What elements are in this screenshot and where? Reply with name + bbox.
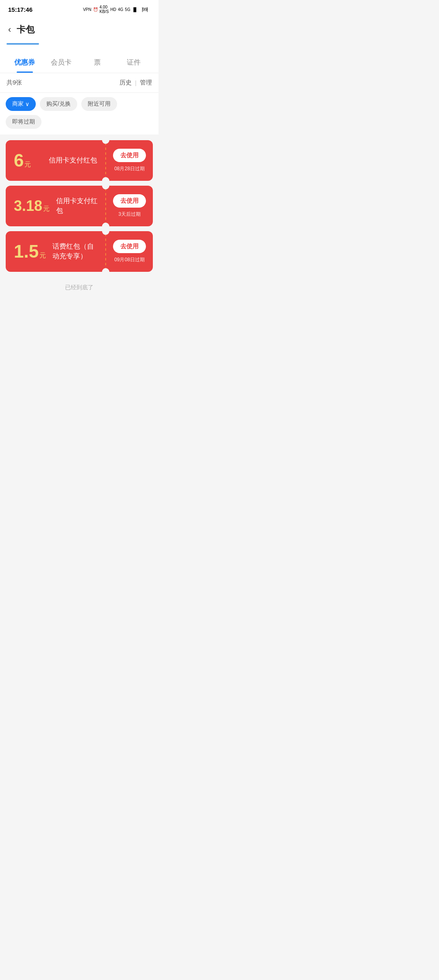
amount-unit: 元 [24, 160, 31, 169]
vpn-icon: VPN [83, 7, 91, 12]
coupon-separator [105, 186, 106, 226]
coupon-description: 信用卡支付红包 [56, 196, 99, 216]
history-link[interactable]: 历史 [120, 79, 132, 87]
scroll-bar [7, 43, 39, 45]
chevron-down-icon: ∨ [25, 101, 29, 107]
coupon-description: 话费红包（自动充专享） [52, 242, 99, 261]
tabs-container: 优惠券 会员卡 票 证件 [0, 50, 159, 73]
coupon-card: 6 元 信用卡支付红包 去使用 08月28日过期 [6, 140, 153, 181]
filter-chips: 商家 ∨ 购买/兑换 附近可用 即将过期 [0, 93, 159, 134]
coupon-right: 去使用 09月08日过期 [106, 231, 153, 272]
spacer [0, 299, 159, 421]
chip-nearby[interactable]: 附近可用 [81, 97, 117, 111]
amount-number: 1.5 [14, 243, 39, 260]
coupon-separator [105, 231, 106, 272]
coupon-right: 去使用 08月28日过期 [106, 140, 153, 181]
alarm-icon: ⏰ [93, 7, 98, 12]
page-title: 卡包 [17, 24, 35, 36]
chip-merchant[interactable]: 商家 ∨ [6, 97, 36, 111]
header: ‹ 卡包 [0, 18, 159, 43]
use-coupon-button[interactable]: 去使用 [113, 194, 146, 208]
amount-unit: 元 [43, 205, 50, 213]
tab-documents[interactable]: 证件 [116, 53, 152, 73]
amount-number: 6 [14, 152, 24, 169]
coupon-amount: 6 元 [14, 152, 42, 169]
chip-expiring[interactable]: 即将过期 [6, 115, 41, 129]
tab-membership[interactable]: 会员卡 [43, 53, 80, 73]
filter-bar: 共9张 历史 | 管理 [0, 73, 159, 92]
coupon-count: 共9张 [7, 79, 22, 87]
status-time: 15:17:46 [8, 6, 33, 13]
manage-link[interactable]: 管理 [140, 79, 152, 87]
tab-coupons[interactable]: 优惠券 [7, 53, 43, 73]
battery-icon: ▕99▏ [139, 7, 150, 12]
use-coupon-button[interactable]: 去使用 [113, 149, 146, 162]
coupon-amount: 1.5 元 [14, 243, 46, 260]
signal-4g-icon: 4G [118, 7, 123, 12]
back-button[interactable]: ‹ [7, 23, 13, 37]
coupon-amount: 3.18 元 [14, 199, 50, 213]
expire-text: 3天后过期 [118, 211, 141, 218]
speed-indicator: 4.00KB/S [100, 5, 109, 14]
coupon-left: 3.18 元 信用卡支付红包 [6, 186, 105, 226]
scroll-indicator [0, 43, 159, 50]
tab-tickets[interactable]: 票 [79, 53, 116, 73]
use-coupon-button[interactable]: 去使用 [113, 240, 146, 253]
signal-5g-icon: 5G [125, 7, 130, 12]
coupon-right: 去使用 3天后过期 [106, 186, 153, 226]
divider: | [135, 79, 137, 86]
coupon-description: 信用卡支付红包 [49, 156, 99, 165]
filter-actions: 历史 | 管理 [120, 79, 152, 87]
coupons-list: 6 元 信用卡支付红包 去使用 08月28日过期 3.18 元 信用卡支付红包 [0, 134, 159, 272]
coupon-left: 6 元 信用卡支付红包 [6, 140, 105, 181]
coupon-card: 3.18 元 信用卡支付红包 去使用 3天后过期 [6, 186, 153, 226]
hd-icon: HD [111, 7, 116, 12]
status-bar: 15:17:46 VPN ⏰ 4.00KB/S HD 4G 5G ▐▌ ▕99▏ [0, 0, 159, 18]
coupon-card: 1.5 元 话费红包（自动充专享） 去使用 09月08日过期 [6, 231, 153, 272]
bottom-text: 已经到底了 [0, 272, 159, 299]
expire-text: 08月28日过期 [114, 165, 145, 172]
amount-unit: 元 [39, 252, 46, 260]
chip-buy[interactable]: 购买/兑换 [40, 97, 77, 111]
content-area: 共9张 历史 | 管理 商家 ∨ 购买/兑换 附近可用 即将过期 6 元 信用卡… [0, 73, 159, 421]
coupon-left: 1.5 元 话费红包（自动充专享） [6, 231, 105, 272]
signal-bars-icon: ▐▌ [132, 7, 138, 12]
status-icons: VPN ⏰ 4.00KB/S HD 4G 5G ▐▌ ▕99▏ [83, 5, 150, 14]
expire-text: 09月08日过期 [114, 256, 145, 263]
coupon-separator [105, 140, 106, 181]
amount-number: 3.18 [14, 199, 42, 213]
